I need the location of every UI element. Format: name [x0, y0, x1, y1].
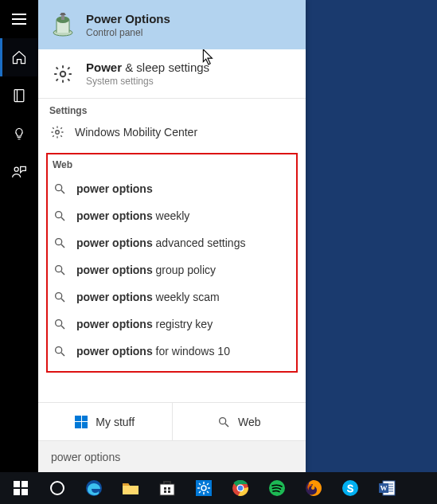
rail-home[interactable]	[0, 38, 38, 76]
tab-my-stuff[interactable]: My stuff	[38, 403, 172, 440]
mobility-label: Windows Mobility Center	[75, 126, 197, 139]
search-icon	[53, 182, 67, 196]
cortana-icon	[50, 481, 64, 495]
search-icon	[53, 344, 67, 358]
svg-rect-0	[14, 90, 24, 102]
cortana-left-rail	[0, 0, 38, 472]
svg-rect-5	[61, 15, 64, 20]
taskbar-word[interactable]: W	[369, 472, 404, 504]
settings-section-header: Settings	[38, 99, 306, 119]
svg-line-9	[61, 190, 64, 193]
svg-point-20	[56, 347, 62, 354]
svg-line-23	[225, 424, 228, 427]
rail-notebook[interactable]	[0, 76, 38, 115]
windows-icon	[75, 416, 88, 428]
taskbar-firefox[interactable]	[296, 472, 331, 504]
web-result[interactable]: power options registry key	[48, 311, 296, 338]
chrome-icon	[231, 479, 250, 498]
taskbar-skype[interactable]	[333, 472, 368, 504]
web-results-highlight: Web power options power options weekly p…	[46, 153, 298, 373]
word-icon: W	[377, 479, 396, 498]
web-result[interactable]: power options for windows 10	[48, 338, 296, 365]
tab-web[interactable]: Web	[172, 403, 306, 440]
second-match-result[interactable]: Power & sleep settings System settings	[38, 49, 306, 99]
svg-line-11	[61, 217, 64, 221]
gear-icon	[49, 61, 76, 88]
taskbar-settings[interactable]	[186, 472, 221, 504]
best-match-result[interactable]: Power Options Control panel	[38, 0, 306, 49]
skype-icon	[341, 479, 360, 498]
settings-tile-icon	[194, 479, 213, 498]
edge-icon	[84, 479, 103, 498]
hamburger-button[interactable]	[0, 0, 38, 38]
search-icon	[53, 209, 67, 223]
spotify-icon	[267, 479, 287, 498]
hamburger-icon	[12, 18, 26, 20]
gear-icon	[49, 124, 65, 140]
taskbar-chrome[interactable]	[223, 472, 258, 504]
svg-rect-29	[168, 490, 170, 493]
svg-point-42	[238, 486, 243, 490]
windows-logo-icon	[14, 481, 28, 495]
web-result[interactable]: power options weekly	[48, 202, 296, 229]
rail-feedback[interactable]	[0, 153, 38, 191]
svg-line-15	[61, 272, 64, 275]
second-match-title: Power & sleep settings	[86, 61, 209, 74]
taskbar-edge[interactable]	[76, 472, 111, 504]
svg-point-16	[56, 293, 62, 299]
svg-line-21	[61, 353, 64, 356]
search-input[interactable]	[49, 450, 295, 464]
firefox-icon	[304, 479, 323, 498]
search-results-panel: Power Options Control panel Power & slee…	[38, 0, 306, 472]
svg-point-2	[14, 167, 18, 171]
person-feedback-icon	[11, 164, 27, 180]
power-options-icon	[49, 11, 76, 38]
svg-rect-25	[160, 484, 174, 495]
lightbulb-icon	[12, 127, 26, 141]
web-section-header: Web	[48, 159, 296, 175]
store-icon	[158, 479, 177, 498]
best-match-title: Power Options	[86, 12, 170, 25]
svg-text:W: W	[380, 484, 388, 492]
svg-line-13	[61, 244, 64, 248]
search-icon	[217, 416, 230, 428]
svg-point-10	[56, 212, 62, 218]
web-result[interactable]: power options advanced settings	[48, 229, 296, 256]
home-icon	[11, 49, 27, 65]
search-icon	[53, 317, 67, 331]
search-field-container	[38, 440, 306, 472]
svg-rect-26	[164, 487, 166, 490]
taskbar-spotify[interactable]	[259, 472, 295, 504]
svg-rect-27	[168, 487, 170, 490]
search-icon	[53, 263, 67, 277]
taskbar-file-explorer[interactable]	[113, 472, 148, 504]
svg-point-8	[56, 185, 62, 191]
svg-point-7	[56, 131, 60, 135]
search-scope-tabs: My stuff Web	[38, 402, 306, 440]
search-icon	[53, 290, 67, 304]
web-result[interactable]: power options weekly scam	[48, 283, 296, 311]
notebook-icon	[11, 88, 27, 104]
svg-point-6	[60, 71, 66, 76]
svg-line-17	[61, 299, 64, 302]
svg-point-14	[56, 266, 62, 272]
taskbar: W	[0, 472, 437, 504]
best-match-sub: Control panel	[86, 27, 170, 38]
cortana-button[interactable]	[40, 472, 75, 504]
start-button[interactable]	[3, 472, 38, 504]
svg-rect-28	[164, 490, 166, 493]
folder-icon	[121, 479, 140, 498]
web-result[interactable]: power options group policy	[48, 256, 296, 283]
web-result[interactable]: power options	[48, 175, 296, 202]
svg-point-22	[220, 417, 226, 424]
mouse-cursor-icon	[202, 49, 215, 65]
second-match-sub: System settings	[86, 76, 209, 87]
svg-point-12	[56, 239, 62, 245]
search-icon	[53, 236, 67, 250]
svg-point-18	[56, 320, 62, 326]
svg-line-19	[61, 326, 64, 329]
taskbar-store[interactable]	[150, 472, 185, 504]
rail-lightbulb[interactable]	[0, 115, 38, 153]
settings-result-mobility[interactable]: Windows Mobility Center	[38, 119, 306, 150]
